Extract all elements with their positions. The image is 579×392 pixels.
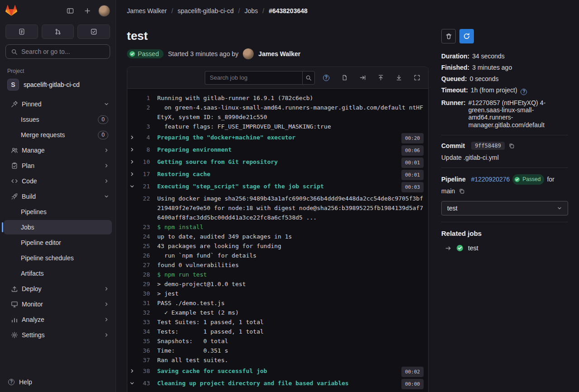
issues-shortcut-button[interactable] — [5, 24, 38, 39]
log-line-number[interactable]: 25 — [136, 241, 150, 251]
job-status-badge[interactable]: Passed — [127, 49, 164, 58]
log-line-number[interactable]: 32 — [136, 308, 150, 317]
log-line-number[interactable]: 8 — [136, 145, 150, 154]
log-line-number[interactable]: 37 — [136, 355, 150, 365]
log-line-number[interactable]: 1 — [136, 93, 150, 103]
scroll-to-failure-button[interactable] — [356, 71, 369, 85]
chevron-right-icon[interactable] — [127, 157, 136, 167]
chevron-down-icon[interactable] — [127, 378, 136, 388]
log-line-number[interactable]: 4 — [136, 133, 150, 142]
log-line-number[interactable]: 2 — [136, 103, 150, 112]
sidebar-item-pinned[interactable]: Pinned — [4, 97, 112, 111]
log-line-number[interactable]: 31 — [136, 298, 150, 308]
log-line-number[interactable]: 43 — [136, 378, 150, 388]
retry-job-button[interactable] — [459, 29, 474, 43]
log-line-number[interactable]: 38 — [136, 366, 150, 376]
pipeline-ref[interactable]: main — [441, 187, 455, 195]
log-line-37: 37Ran all test suites. — [127, 355, 428, 365]
sidebar-item-build[interactable]: Build — [4, 189, 112, 204]
log-line-38[interactable]: 38Saving cache for successful job00:02 — [127, 366, 428, 377]
chevron-right-icon[interactable] — [127, 145, 136, 154]
chevron-right-icon[interactable] — [127, 169, 136, 179]
author-link[interactable]: James Walker — [258, 50, 300, 57]
breadcrumb-jobs[interactable]: Jobs — [245, 7, 258, 14]
job-main-column: test Passed Started 3 minutes ago by Jam… — [127, 22, 429, 392]
sidebar-item-artifacts[interactable]: Artifacts — [4, 266, 112, 281]
pipeline-status-badge[interactable]: Passed — [512, 174, 544, 184]
sidebar-item-issues[interactable]: Issues0 — [4, 112, 112, 127]
scroll-bottom-button[interactable] — [392, 71, 405, 85]
breadcrumb-project[interactable]: spacelift-gitlab-ci-cd — [178, 7, 234, 14]
log-line-number[interactable]: 30 — [136, 289, 150, 298]
search-input[interactable]: Search or go to... — [5, 44, 110, 59]
log-line-number[interactable]: 24 — [136, 232, 150, 241]
related-job-link[interactable]: test — [468, 244, 478, 252]
sidebar-item-monitor[interactable]: Monitor — [4, 297, 112, 311]
scroll-top-button[interactable] — [374, 71, 387, 85]
log-line-number[interactable]: 23 — [136, 222, 150, 232]
copy-branch-icon[interactable] — [458, 188, 465, 194]
log-line-number[interactable]: 26 — [136, 251, 150, 260]
log-line-10[interactable]: 10Getting source from Git repository00:0… — [127, 157, 428, 168]
check-circle-icon — [129, 51, 135, 57]
log-line-43[interactable]: 43Cleaning up project directory and file… — [127, 378, 428, 389]
sidebar-item-jobs[interactable]: Jobs — [4, 220, 112, 234]
fullscreen-button[interactable] — [410, 71, 424, 85]
author-avatar[interactable] — [243, 48, 254, 59]
log-line-31: 31PASS ./demo.test.js — [127, 298, 428, 308]
merge-requests-shortcut-button[interactable] — [42, 24, 74, 39]
log-line-number[interactable]: 29 — [136, 279, 150, 289]
log-line-number[interactable]: 36 — [136, 346, 150, 355]
pipeline-link[interactable]: #1220920276 — [471, 174, 510, 185]
log-help-button[interactable] — [319, 71, 333, 85]
sidebar-item-plan[interactable]: Plan — [4, 158, 112, 173]
sidebar-item-settings[interactable]: Settings — [4, 328, 112, 342]
sidebar-item-pipelines[interactable]: Pipelines — [4, 205, 112, 219]
raw-log-button[interactable] — [338, 71, 351, 85]
gitlab-logo-icon[interactable] — [5, 5, 17, 17]
job-select-dropdown[interactable]: test — [441, 201, 568, 215]
manage-icon — [11, 147, 18, 154]
log-line-number[interactable]: 27 — [136, 260, 150, 270]
log-line-number[interactable]: 35 — [136, 336, 150, 346]
sidebar-item-merge-requests[interactable]: Merge requests0 — [4, 128, 112, 142]
commit-row: Commit 9ff58489 — [441, 142, 568, 150]
sidebar-item-deploy[interactable]: Deploy — [4, 282, 112, 296]
log-line-number[interactable]: 10 — [136, 157, 150, 167]
log-line-8[interactable]: 8Preparing environment00:06 — [127, 145, 428, 156]
sidebar-item-pipeline-schedules[interactable]: Pipeline schedules — [4, 251, 112, 265]
log-line-number[interactable]: 22 — [136, 194, 150, 203]
create-new-button[interactable] — [81, 5, 94, 17]
log-search-button[interactable] — [302, 71, 315, 85]
log-line-number[interactable]: 34 — [136, 327, 150, 336]
erase-log-button[interactable] — [441, 29, 456, 43]
log-line-number[interactable]: 33 — [136, 317, 150, 327]
log-line-21[interactable]: 21Executing "step_script" stage of the j… — [127, 182, 428, 192]
help-icon[interactable] — [521, 89, 527, 95]
log-search-input[interactable] — [205, 71, 302, 85]
detail-row: Duration:34 seconds — [441, 53, 568, 60]
chevron-down-icon[interactable] — [127, 182, 136, 191]
collapse-sidebar-button[interactable] — [64, 5, 77, 17]
sidebar-item-pipeline-editor[interactable]: Pipeline editor — [4, 235, 112, 250]
log-line-number[interactable]: 17 — [136, 169, 150, 179]
commit-sha[interactable]: 9ff58489 — [471, 142, 505, 150]
copy-commit-sha-icon[interactable] — [508, 143, 515, 149]
related-job-row[interactable]: test — [441, 244, 568, 252]
commit-message[interactable]: Update .gitlab-ci.yml — [441, 154, 568, 161]
chevron-right-icon[interactable] — [127, 366, 136, 376]
sidebar-item-manage[interactable]: Manage — [4, 143, 112, 158]
sidebar-item-analyze[interactable]: Analyze — [4, 312, 112, 327]
log-line-number[interactable]: 21 — [136, 182, 150, 191]
breadcrumb-user[interactable]: James Walker — [127, 7, 167, 14]
sidebar-item-code[interactable]: Code — [4, 174, 112, 188]
log-line-number[interactable]: 3 — [136, 122, 150, 131]
user-avatar[interactable] — [98, 5, 110, 17]
project-item[interactable]: S spacelift-gitlab-ci-cd — [4, 77, 112, 92]
chevron-right-icon[interactable] — [127, 133, 136, 142]
help-item[interactable]: Help — [0, 372, 116, 392]
log-line-17[interactable]: 17Restoring cache00:01 — [127, 169, 428, 180]
log-line-4[interactable]: 4Preparing the "docker+machine" executor… — [127, 133, 428, 143]
todos-shortcut-button[interactable] — [77, 24, 110, 39]
log-line-number[interactable]: 28 — [136, 270, 150, 279]
